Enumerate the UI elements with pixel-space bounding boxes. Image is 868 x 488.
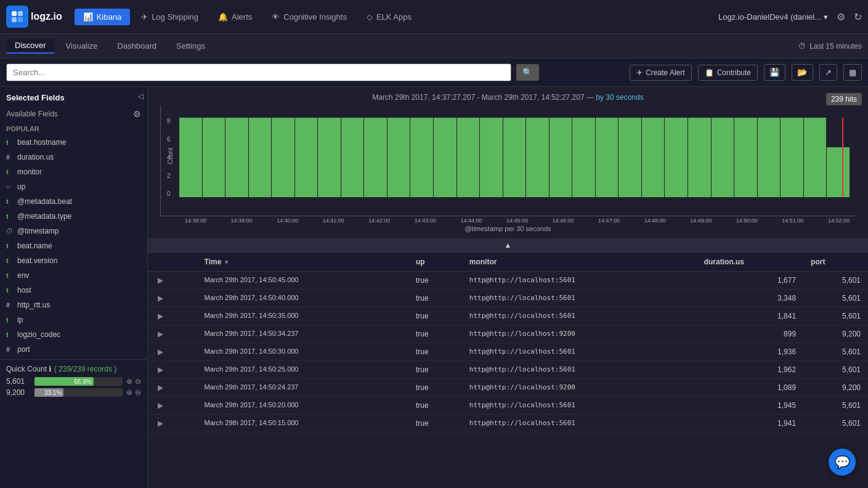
row-time: March 29th 2017, 14:50:25.000 [197, 361, 408, 379]
qc-zoom-out-2-icon[interactable]: ⊖ [135, 388, 141, 397]
field-port[interactable]: # port [0, 342, 147, 357]
th-port[interactable]: port [803, 253, 868, 272]
table-row: ▶ March 29th 2017, 14:50:20.000 true htt… [148, 397, 868, 415]
field-host[interactable]: t host [0, 283, 147, 298]
field-name: @metadata.beat [17, 197, 72, 206]
row-expand-cell: ▶ [148, 415, 197, 433]
chat-bubble[interactable]: 💬 [829, 449, 856, 476]
qc-zoom-in-icon[interactable]: ⊕ [126, 377, 132, 386]
search-button[interactable]: 🔍 [516, 64, 539, 81]
row-expand-button[interactable]: ▶ [155, 294, 166, 303]
chart-wrapper: Count 0 2 4 6 8 [160, 105, 856, 216]
chart-bar [572, 118, 595, 197]
y-tick-6: 6 [167, 136, 171, 143]
field-name: up [17, 182, 25, 191]
row-expand-button[interactable]: ▶ [155, 383, 166, 392]
row-expand-button[interactable]: ▶ [155, 401, 166, 410]
th-monitor[interactable]: monitor [462, 253, 697, 272]
field-timestamp[interactable]: ⏱ @timestamp [0, 224, 147, 238]
row-expand-button[interactable]: ▶ [155, 276, 166, 285]
qc-bar-1: 66.9 % [34, 377, 123, 386]
field-up[interactable]: ○ up [0, 179, 147, 194]
chart-bar [712, 118, 734, 197]
field-logzio-codec[interactable]: t logzio_codec [0, 327, 147, 342]
th-duration[interactable]: duration.us [697, 253, 803, 272]
collapse-sidebar-icon[interactable]: ◁ [134, 87, 147, 105]
settings-icon[interactable]: ⚙ [837, 11, 845, 23]
logo[interactable]: logz.io [6, 6, 62, 28]
tab-discover[interactable]: Discover [6, 38, 55, 54]
qc-pct-2: 33.1 [44, 389, 56, 396]
toolbar-actions: ✈ Create Alert 📋 Contribute 💾 📂 ↗ ▦ [630, 64, 862, 81]
share-icon-button[interactable]: ↗ [819, 64, 837, 81]
field-env[interactable]: t env [0, 268, 147, 283]
chart-bar [225, 118, 248, 197]
logout-icon[interactable]: ↻ [854, 11, 862, 23]
row-expand-button[interactable]: ▶ [155, 312, 166, 320]
chart-bar [364, 118, 387, 197]
field-http-rtt[interactable]: # http_rtt.us [0, 298, 147, 312]
row-monitor: http@http://localhost:9200 [462, 325, 697, 343]
qc-zoom-in-2-icon[interactable]: ⊕ [126, 388, 132, 397]
table-body: ▶ March 29th 2017, 14:50:45.000 true htt… [148, 272, 868, 433]
row-expand-button[interactable]: ▶ [155, 330, 166, 338]
grid-icon-button[interactable]: ▦ [843, 64, 862, 81]
field-ip[interactable]: t ip [0, 312, 147, 327]
nav-cognitive-insights[interactable]: 👁 Cognitive Insights [263, 9, 355, 25]
field-duration-us[interactable]: # duration.us [0, 150, 147, 165]
field-name: @metadata.type [17, 212, 71, 221]
row-duration: 3,348 [697, 290, 803, 307]
row-expand-button[interactable]: ▶ [155, 348, 166, 356]
field-name: duration.us [17, 153, 54, 161]
field-beat-version[interactable]: t beat.version [0, 253, 147, 268]
field-name: http_rtt.us [17, 301, 50, 309]
qc-zoom-out-icon[interactable]: ⊖ [135, 377, 141, 386]
quick-count-row-1: 5,601 66.9 % ⊕ ⊖ [6, 377, 141, 386]
collapse-chart-button[interactable]: ▲ [148, 238, 868, 253]
field-beat-hostname[interactable]: t beat.hostname [0, 135, 147, 150]
row-time: March 29th 2017, 14:50:15.000 [197, 415, 408, 433]
row-expand-button[interactable]: ▶ [155, 365, 166, 374]
field-monitor[interactable]: t monitor [0, 165, 147, 179]
row-time: March 29th 2017, 14:50:40.000 [197, 290, 408, 307]
nav-kibana[interactable]: 📊 Kibana [75, 9, 130, 25]
field-beat-name[interactable]: t beat.name [0, 238, 147, 253]
row-duration: 1,962 [697, 361, 803, 379]
row-port: 5,601 [803, 290, 868, 307]
tab-visualize[interactable]: Visualize [57, 39, 107, 53]
row-expand-button[interactable]: ▶ [155, 419, 166, 428]
quick-count: Quick Count ℹ ( 239/239 records ) 5,601 … [0, 359, 147, 404]
svg-rect-3 [18, 17, 23, 22]
search-input[interactable] [6, 63, 511, 81]
save-icon-button[interactable]: 💾 [764, 64, 785, 81]
svg-rect-2 [12, 17, 17, 22]
nav-log-shipping[interactable]: ✈ Log Shipping [132, 9, 207, 25]
field-metadata-type[interactable]: t @metadata.type [0, 209, 147, 224]
svg-rect-0 [12, 11, 17, 16]
tab-settings[interactable]: Settings [168, 39, 214, 53]
chart-bar [179, 118, 202, 197]
chart-interval-link[interactable]: by 30 seconds [596, 93, 643, 102]
qc-value-2: 9,200 [6, 388, 31, 397]
row-port: 9,200 [803, 325, 868, 343]
th-up[interactable]: up [408, 253, 462, 272]
nav-elk-apps[interactable]: ◇ ELK Apps [358, 9, 420, 25]
row-monitor: http@http://localhost:5601 [462, 307, 697, 325]
tab-dashboard[interactable]: Dashboard [108, 39, 165, 53]
fields-gear-button[interactable]: ⚙ [133, 109, 141, 119]
row-up: true [408, 361, 462, 379]
contribute-button[interactable]: 📋 Contribute [698, 65, 758, 81]
row-port: 5,601 [803, 307, 868, 325]
create-alert-button[interactable]: ✈ Create Alert [630, 65, 691, 81]
chart-x-label: 14:39:00 [231, 218, 253, 224]
th-expand [148, 253, 197, 272]
nav-alerts[interactable]: 🔔 Alerts [209, 9, 261, 25]
time-filter[interactable]: ⏱ Last 15 minutes [798, 42, 862, 51]
open-icon-button[interactable]: 📂 [792, 64, 813, 81]
svg-rect-1 [18, 11, 23, 16]
field-type-icon: # [6, 346, 14, 353]
user-dropdown[interactable]: Logz.io-DanielDev4 (daniel... ▾ [718, 12, 828, 22]
row-time: March 29th 2017, 14:50:24.237 [197, 379, 408, 397]
th-time[interactable]: Time ▼ [197, 253, 408, 272]
field-metadata-beat[interactable]: t @metadata.beat [0, 194, 147, 209]
